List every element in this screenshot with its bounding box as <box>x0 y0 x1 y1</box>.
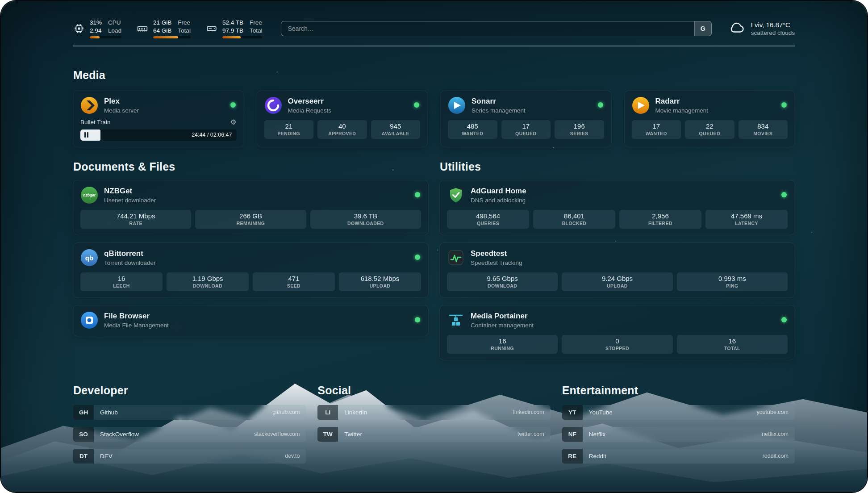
bookmark-name: Github <box>100 409 118 416</box>
service-name: Plex <box>104 97 139 106</box>
cpu-usage-bar-fill <box>90 36 100 38</box>
gear-icon[interactable]: ⚙ <box>230 119 236 126</box>
bookmark-name: YouTube <box>589 409 613 416</box>
status-dot <box>414 102 419 108</box>
stat-wanted: 17 WANTED <box>632 120 681 139</box>
memory-widget: 21 GiB 64 GiB Free Total <box>137 19 191 38</box>
bookmark-name: Reddit <box>589 453 606 460</box>
stat-upload: 9.24 Gbps UPLOAD <box>562 272 672 291</box>
service-card-adguard[interactable]: AdGuard Home DNS and adblocking 498,564 … <box>440 180 795 235</box>
bookmark-abbr: GH <box>73 405 94 420</box>
stat-downloaded: 39.6 TB DOWNLOADED <box>310 210 421 229</box>
stat-queries: 498,564 QUERIES <box>447 210 529 229</box>
service-description: Media File Management <box>104 322 169 329</box>
status-dot <box>781 317 787 322</box>
bookmark-abbr: NF <box>562 427 583 442</box>
service-name: Overseerr <box>288 97 332 106</box>
status-dot <box>598 102 603 108</box>
stat-blocked: 86,401 BLOCKED <box>533 210 615 229</box>
svg-text:nzbget: nzbget <box>83 193 96 197</box>
bookmark-dev[interactable]: DT DEV dev.to <box>73 449 306 464</box>
stat-filtered: 2,956 FILTERED <box>619 210 701 229</box>
service-name: File Browser <box>104 312 169 321</box>
cpu-widget: 31% 2.94 CPU Load <box>73 19 121 38</box>
bookmark-name: Netflix <box>589 431 606 438</box>
stat-leech: 16 LEECH <box>80 272 163 291</box>
bookmark-url: github.com <box>272 409 300 415</box>
portainer-icon <box>447 311 465 329</box>
status-dot <box>415 317 420 322</box>
bookmark-url: dev.to <box>285 453 300 459</box>
section-title-social: Social <box>317 384 550 397</box>
service-card-overseerr[interactable]: Overseerr Media Requests 21 PENDING 40 A… <box>257 91 428 147</box>
disk-free-value: 52.4 TB <box>222 19 243 27</box>
radarr-icon <box>632 96 650 114</box>
stat-latency: 47.569 ms LATENCY <box>705 210 788 229</box>
bookmark-linkedin[interactable]: LI LinkedIn linkedin.com <box>317 405 550 420</box>
service-card-sonarr[interactable]: Sonarr Series management 485 WANTED 17 Q… <box>441 91 611 147</box>
weather-widget[interactable]: Lviv, 16.87°C scattered clouds <box>729 19 795 38</box>
stat-stopped: 0 STOPPED <box>562 335 672 354</box>
service-card-portainer[interactable]: Media Portainer Container management 16 … <box>440 305 795 360</box>
bookmark-stackoverflow[interactable]: SO StackOverflow stackoverflow.com <box>73 427 306 442</box>
weather-condition: scattered clouds <box>751 29 795 36</box>
qbittorrent-icon: qb <box>80 249 98 267</box>
service-card-plex[interactable]: Plex Media server Bullet Train ⚙ 24:44 /… <box>73 91 244 147</box>
pause-icon[interactable] <box>84 132 88 138</box>
disk-free-label: Free <box>250 19 263 27</box>
section-title-media: Media <box>73 69 795 82</box>
stat-rate: 744.21 Mbps RATE <box>80 210 191 229</box>
stat-total: 16 TOTAL <box>677 335 788 354</box>
bookmark-url: linkedin.com <box>513 409 544 415</box>
bookmark-netflix[interactable]: NF Netflix netflix.com <box>562 427 795 442</box>
svg-text:qb: qb <box>85 254 93 261</box>
stat-movies: 834 MOVIES <box>739 120 788 139</box>
service-description: Torrent downloader <box>104 259 156 266</box>
disk-total-value: 97.9 TB <box>222 27 243 35</box>
service-card-nzbget[interactable]: nzbget NZBGet Usenet downloader 74 <box>73 180 428 235</box>
disk-icon <box>206 23 217 34</box>
bookmark-github[interactable]: GH Github github.com <box>73 405 306 420</box>
bookmark-reddit[interactable]: RE Reddit reddit.com <box>562 449 795 464</box>
search-input[interactable] <box>281 21 694 36</box>
now-playing-title: Bullet Train <box>80 119 111 125</box>
service-card-filebrowser[interactable]: File Browser Media File Management <box>73 305 428 336</box>
stat-wanted: 485 WANTED <box>448 120 497 139</box>
top-bar: 31% 2.94 CPU Load <box>73 1 795 38</box>
memory-total-label: Total <box>178 27 191 35</box>
system-widgets: 31% 2.94 CPU Load <box>73 19 262 38</box>
overseerr-icon <box>264 96 282 114</box>
stat-seed: 471 SEED <box>253 272 335 291</box>
section-developer: Developer GH Github github.com SO StackO… <box>73 384 306 464</box>
search-provider-button[interactable]: G <box>694 21 711 36</box>
service-name: AdGuard Home <box>471 187 526 196</box>
bookmark-name: Twitter <box>344 431 362 438</box>
weather-location: Lviv, 16.87°C <box>751 21 795 29</box>
memory-usage-bar <box>153 36 191 38</box>
service-card-speedtest[interactable]: Speedtest Speedtest Tracking 9.65 Gbps D… <box>440 243 795 297</box>
service-card-radarr[interactable]: Radarr Movie management 17 WANTED 22 QUE… <box>625 91 795 147</box>
bookmark-name: DEV <box>100 453 113 460</box>
service-description: Container management <box>471 322 534 329</box>
filebrowser-icon <box>80 311 98 329</box>
stat-download: 9.65 Gbps DOWNLOAD <box>447 272 558 291</box>
service-card-qbittorrent[interactable]: qb qBittorrent Torrent downloader <box>73 243 428 297</box>
bookmark-url: youtube.com <box>756 409 789 415</box>
section-title-utilities: Utilities <box>440 160 795 173</box>
nzbget-icon: nzbget <box>80 186 98 204</box>
bookmark-youtube[interactable]: YT YouTube youtube.com <box>562 405 795 420</box>
stat-pending: 21 PENDING <box>264 120 314 139</box>
service-name: qBittorrent <box>104 249 156 258</box>
disk-usage-bar <box>222 36 263 38</box>
disk-usage-bar-fill <box>222 36 241 38</box>
adguard-icon <box>447 186 465 204</box>
service-description: Speedtest Tracking <box>471 259 522 266</box>
bookmark-name: StackOverflow <box>100 431 139 438</box>
service-name: Sonarr <box>472 97 526 106</box>
section-entertainment: Entertainment YT YouTube youtube.com NF … <box>562 384 795 464</box>
bookmark-url: netflix.com <box>762 431 789 437</box>
cpu-label: CPU <box>108 19 121 27</box>
disk-widget: 52.4 TB 97.9 TB Free Total <box>206 19 263 38</box>
section-title-documents: Documents & Files <box>73 160 428 173</box>
bookmark-twitter[interactable]: TW Twitter twitter.com <box>317 427 550 442</box>
